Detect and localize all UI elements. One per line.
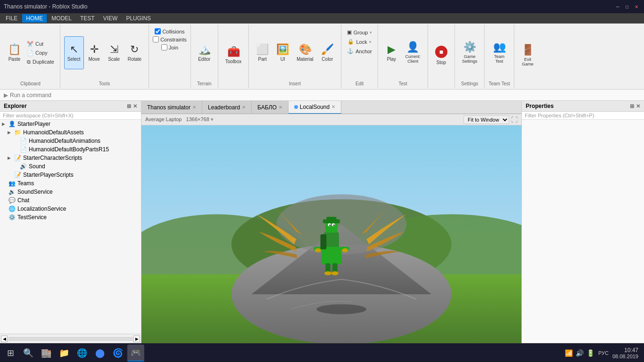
title-bar: Thanos simulator - Roblox Studio ─ □ ✕ xyxy=(0,0,644,13)
search-button[interactable]: 🔍 xyxy=(20,345,37,362)
copy-button[interactable]: 📄 Copy xyxy=(25,49,56,57)
exit-game-button[interactable]: 🚪 ExitGame xyxy=(518,39,537,72)
roblox-studio-button[interactable]: 🎮 xyxy=(127,345,144,362)
editor-button[interactable]: 🏔️ Editor xyxy=(195,36,214,69)
tree-item-test-service[interactable]: ⚙️ TestService xyxy=(0,213,141,222)
properties-filter[interactable]: Filter Properties (Ctrl+Shift+P) xyxy=(522,112,644,120)
tab-thanos-simulator[interactable]: Thanos simulator ✕ xyxy=(141,101,202,114)
scroll-right-button[interactable]: ▶ xyxy=(133,336,140,342)
part-label: Part xyxy=(258,57,267,62)
join-checkbox[interactable]: Join xyxy=(161,44,178,50)
stop-button[interactable]: ■ Stop xyxy=(432,39,451,72)
explorer-filter[interactable]: Filter workspace (Ctrl+Shift+X) xyxy=(0,112,141,120)
anchor-button[interactable]: ⚓ Anchor xyxy=(345,47,374,55)
tab-local-sound-label: LocalSound xyxy=(300,104,330,110)
tree-item-starter-player-scripts[interactable]: 📝 StarterPlayerScripts xyxy=(0,171,141,179)
explorer-close-button[interactable]: ✕ xyxy=(133,103,137,109)
current-client-button[interactable]: 👤 Current:Client xyxy=(402,36,424,69)
svg-point-19 xyxy=(315,248,321,252)
material-button[interactable]: 🎨 Material xyxy=(293,36,317,69)
explorer-header: Explorer ⊞ ✕ xyxy=(0,101,141,112)
tab-local-sound[interactable]: LocalSound ✕ xyxy=(289,101,341,114)
svg-rect-9 xyxy=(322,247,341,264)
select-button[interactable]: ↖ Select xyxy=(64,36,84,69)
tab-bablo[interactable]: БАБЛО ✕ xyxy=(252,101,289,114)
move-button[interactable]: ✛ Move xyxy=(85,36,104,69)
color-button[interactable]: 🖌️ Color xyxy=(318,36,337,69)
tree-item-teams[interactable]: 👥 Teams xyxy=(0,179,141,188)
tree-item-chat[interactable]: 💬 Chat xyxy=(0,196,141,205)
duplicate-button[interactable]: ⧉ Duplicate xyxy=(25,58,56,66)
menu-test[interactable]: TEST xyxy=(76,14,99,23)
maximize-button[interactable]: □ xyxy=(623,3,631,10)
team-test-button[interactable]: 👥 TeamTest xyxy=(490,36,509,69)
close-button[interactable]: ✕ xyxy=(633,3,640,10)
tree-item-humanoid-animations[interactable]: 📄 HumanoidDefaultAnimations xyxy=(0,137,141,145)
lock-icon: 🔒 xyxy=(347,39,354,45)
toolbox-toolbar-button[interactable]: 🧰 Toolbox xyxy=(222,39,245,72)
viewport-fullscreen-icon[interactable]: ⛶ xyxy=(511,116,518,123)
explorer-taskbar-button[interactable]: 🌐 xyxy=(74,345,91,362)
menu-model[interactable]: MODEL xyxy=(48,14,75,23)
constraints-check[interactable] xyxy=(153,36,159,42)
start-button[interactable]: ⊞ xyxy=(2,345,19,362)
tab-local-sound-close[interactable]: ✕ xyxy=(331,104,335,109)
viewport-dropdown-icon[interactable]: ▾ xyxy=(211,116,214,122)
taskbar-clock[interactable]: 10:47 08.08.2019 xyxy=(612,347,638,359)
explorer-scrollbar[interactable]: ◀ ▶ xyxy=(0,334,141,343)
game-settings-button[interactable]: ⚙️ GameSettings xyxy=(459,36,481,69)
tab-bablo-close[interactable]: ✕ xyxy=(279,105,282,110)
tree-item-humanoid-bodyparts[interactable]: 📄 HumanoidDefaultBodyPartsR15 xyxy=(0,145,141,154)
menu-home[interactable]: HOME xyxy=(22,14,47,23)
edge-button[interactable]: 🌀 xyxy=(109,345,126,362)
cut-button[interactable]: ✂️ Cut xyxy=(25,40,56,48)
menu-bar: FILE HOME MODEL TEST VIEW PLUGINS xyxy=(0,13,644,24)
tabs-bar: Thanos simulator ✕ Leaderboard ✕ БАБЛО ✕… xyxy=(141,101,521,114)
explorer-pin-button[interactable]: ⊞ xyxy=(127,103,131,109)
minimize-button[interactable]: ─ xyxy=(614,3,621,10)
constraints-checkbox[interactable]: Constraints xyxy=(153,36,187,42)
svg-point-15 xyxy=(329,224,330,226)
tab-thanos-close[interactable]: ✕ xyxy=(192,105,196,110)
part-button[interactable]: ⬜ Part xyxy=(253,36,272,69)
insert-label: Insert xyxy=(289,79,301,86)
collisions-check[interactable] xyxy=(155,28,161,34)
join-check[interactable] xyxy=(161,44,167,50)
properties-pin-button[interactable]: ⊞ xyxy=(630,103,634,109)
scale-button[interactable]: ⇲ Scale xyxy=(105,36,124,69)
tab-leaderboard-close[interactable]: ✕ xyxy=(242,105,246,110)
tree-item-humanoid-assets[interactable]: ▶ 📁 HumanoidDefaultAssets xyxy=(0,128,141,137)
tree-item-starter-char-scripts[interactable]: ▶ 📝 StarterCharacterScripts xyxy=(0,154,141,162)
command-input[interactable] xyxy=(10,92,104,99)
files-button[interactable]: 📁 xyxy=(56,345,73,362)
play-button[interactable]: ▶ Play xyxy=(382,36,401,69)
exit-game-icon: 🚪 xyxy=(521,45,534,55)
move-label: Move xyxy=(88,57,99,62)
paste-button[interactable]: 📋 Paste xyxy=(5,34,24,72)
menu-plugins[interactable]: PLUGINS xyxy=(122,14,155,23)
menu-view[interactable]: VIEW xyxy=(99,14,122,23)
menu-file[interactable]: FILE xyxy=(2,14,21,23)
chrome-button[interactable]: ⬤ xyxy=(91,345,108,362)
scroll-track[interactable] xyxy=(8,337,132,341)
ui-button[interactable]: 🖼️ UI xyxy=(273,36,292,69)
viewport[interactable] xyxy=(141,125,521,343)
lock-button[interactable]: 🔒 Lock ▾ xyxy=(346,38,373,46)
collisions-checkbox[interactable]: Collisions xyxy=(155,28,184,34)
rotate-icon: ↻ xyxy=(130,44,139,55)
select-label: Select xyxy=(67,57,81,62)
store-button[interactable]: 🏬 xyxy=(38,345,55,362)
tree-item-localization-service[interactable]: 🌐 LocalizationService xyxy=(0,205,141,213)
game-settings-section: ⚙️ GameSettings Settings xyxy=(455,25,485,88)
viewport-fit-select[interactable]: Fit to Window xyxy=(463,115,509,124)
tab-leaderboard[interactable]: Leaderboard ✕ xyxy=(202,101,252,114)
tree-item-sound[interactable]: 🔊 Sound xyxy=(0,162,141,171)
properties-close-button[interactable]: ✕ xyxy=(636,103,640,109)
rotate-button[interactable]: ↻ Rotate xyxy=(124,36,145,69)
taskbar: ⊞ 🔍 🏬 📁 🌐 ⬤ 🌀 🎮 📶 🔊 🔋 РУС 10:47 08.08.20… xyxy=(0,343,644,362)
material-label: Material xyxy=(297,57,314,62)
scroll-left-button[interactable]: ◀ xyxy=(1,336,8,342)
tree-item-starterplayer[interactable]: ▶ 👤 StarterPlayer xyxy=(0,120,141,128)
group-button[interactable]: ▣ Group ▾ xyxy=(345,28,374,36)
tree-item-sound-service[interactable]: 🔉 SoundService xyxy=(0,188,141,196)
